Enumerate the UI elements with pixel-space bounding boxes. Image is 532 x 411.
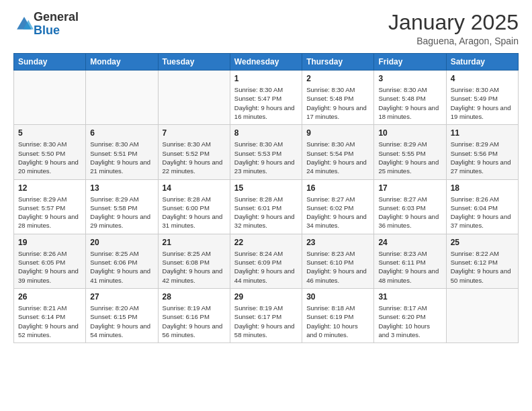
calendar-cell xyxy=(86,71,158,125)
calendar-cell: 24Sunrise: 8:23 AMSunset: 6:11 PMDayligh… xyxy=(374,234,446,288)
calendar-cell: 18Sunrise: 8:26 AMSunset: 6:04 PMDayligh… xyxy=(446,179,518,234)
calendar-header-monday: Monday xyxy=(86,54,158,71)
day-info: Sunrise: 8:20 AMSunset: 6:15 PMDaylight:… xyxy=(90,304,153,339)
day-info: Sunrise: 8:26 AMSunset: 6:04 PMDaylight:… xyxy=(451,195,514,230)
day-number: 3 xyxy=(378,74,441,83)
calendar-cell: 17Sunrise: 8:27 AMSunset: 6:03 PMDayligh… xyxy=(374,179,446,234)
calendar-cell: 7Sunrise: 8:30 AMSunset: 5:52 PMDaylight… xyxy=(158,125,230,179)
day-number: 4 xyxy=(451,74,514,83)
day-info: Sunrise: 8:29 AMSunset: 5:57 PMDaylight:… xyxy=(18,195,81,230)
calendar-header-sunday: Sunday xyxy=(14,54,86,71)
calendar-week-5: 26Sunrise: 8:21 AMSunset: 6:14 PMDayligh… xyxy=(14,288,519,342)
day-number: 16 xyxy=(306,183,369,193)
calendar-cell: 25Sunrise: 8:22 AMSunset: 6:12 PMDayligh… xyxy=(446,234,518,288)
day-number: 5 xyxy=(18,128,81,138)
calendar-cell: 11Sunrise: 8:29 AMSunset: 5:56 PMDayligh… xyxy=(446,125,518,179)
day-number: 14 xyxy=(163,183,226,193)
day-info: Sunrise: 8:23 AMSunset: 6:11 PMDaylight:… xyxy=(378,249,441,285)
day-info: Sunrise: 8:25 AMSunset: 6:06 PMDaylight:… xyxy=(90,249,153,285)
day-number: 15 xyxy=(234,183,298,193)
calendar-header-saturday: Saturday xyxy=(446,54,518,71)
calendar-cell: 20Sunrise: 8:25 AMSunset: 6:06 PMDayligh… xyxy=(86,234,158,288)
calendar-cell: 30Sunrise: 8:18 AMSunset: 6:19 PMDayligh… xyxy=(302,288,374,342)
day-number: 1 xyxy=(234,74,298,83)
day-number: 29 xyxy=(234,292,298,302)
day-number: 28 xyxy=(163,292,226,302)
calendar-cell: 29Sunrise: 8:19 AMSunset: 6:17 PMDayligh… xyxy=(230,288,302,342)
day-info: Sunrise: 8:30 AMSunset: 5:48 PMDaylight:… xyxy=(378,85,441,121)
day-number: 7 xyxy=(163,128,226,138)
calendar-cell: 16Sunrise: 8:27 AMSunset: 6:02 PMDayligh… xyxy=(302,179,374,234)
calendar-cell xyxy=(446,288,518,342)
day-info: Sunrise: 8:23 AMSunset: 6:10 PMDaylight:… xyxy=(306,249,369,285)
calendar-header-thursday: Thursday xyxy=(302,54,374,71)
day-info: Sunrise: 8:30 AMSunset: 5:51 PMDaylight:… xyxy=(90,140,153,175)
logo-icon xyxy=(15,15,34,34)
calendar-cell: 28Sunrise: 8:19 AMSunset: 6:16 PMDayligh… xyxy=(158,288,230,342)
calendar-cell: 19Sunrise: 8:26 AMSunset: 6:05 PMDayligh… xyxy=(14,234,86,288)
day-info: Sunrise: 8:24 AMSunset: 6:09 PMDaylight:… xyxy=(234,249,298,285)
calendar-week-3: 12Sunrise: 8:29 AMSunset: 5:57 PMDayligh… xyxy=(14,179,519,234)
day-info: Sunrise: 8:21 AMSunset: 6:14 PMDaylight:… xyxy=(18,304,81,339)
day-number: 24 xyxy=(378,238,441,247)
day-info: Sunrise: 8:30 AMSunset: 5:54 PMDaylight:… xyxy=(306,140,369,175)
day-info: Sunrise: 8:30 AMSunset: 5:49 PMDaylight:… xyxy=(451,85,514,121)
day-number: 18 xyxy=(451,183,514,193)
day-number: 26 xyxy=(18,292,81,302)
day-number: 13 xyxy=(90,183,153,193)
day-number: 8 xyxy=(234,128,298,138)
day-info: Sunrise: 8:26 AMSunset: 6:05 PMDaylight:… xyxy=(18,249,81,285)
day-number: 30 xyxy=(306,292,369,302)
day-info: Sunrise: 8:29 AMSunset: 5:55 PMDaylight:… xyxy=(378,140,441,175)
day-number: 2 xyxy=(306,74,369,83)
day-number: 31 xyxy=(378,292,441,302)
calendar-cell xyxy=(158,71,230,125)
calendar-cell xyxy=(14,71,86,125)
day-number: 6 xyxy=(90,128,153,138)
day-info: Sunrise: 8:18 AMSunset: 6:19 PMDaylight:… xyxy=(306,304,369,339)
calendar-cell: 31Sunrise: 8:17 AMSunset: 6:20 PMDayligh… xyxy=(374,288,446,342)
calendar-week-4: 19Sunrise: 8:26 AMSunset: 6:05 PMDayligh… xyxy=(14,234,519,288)
day-info: Sunrise: 8:29 AMSunset: 5:56 PMDaylight:… xyxy=(451,140,514,175)
day-number: 17 xyxy=(378,183,441,193)
calendar-cell: 27Sunrise: 8:20 AMSunset: 6:15 PMDayligh… xyxy=(86,288,158,342)
calendar-cell: 3Sunrise: 8:30 AMSunset: 5:48 PMDaylight… xyxy=(374,71,446,125)
day-number: 11 xyxy=(451,128,514,138)
calendar-cell: 9Sunrise: 8:30 AMSunset: 5:54 PMDaylight… xyxy=(302,125,374,179)
day-number: 20 xyxy=(90,238,153,247)
day-info: Sunrise: 8:30 AMSunset: 5:50 PMDaylight:… xyxy=(18,140,81,175)
title-block: January 2025 Baguena, Aragon, Spain xyxy=(388,11,519,46)
day-number: 23 xyxy=(306,238,369,247)
calendar-cell: 5Sunrise: 8:30 AMSunset: 5:50 PMDaylight… xyxy=(14,125,86,179)
location: Baguena, Aragon, Spain xyxy=(388,36,519,46)
calendar-cell: 26Sunrise: 8:21 AMSunset: 6:14 PMDayligh… xyxy=(14,288,86,342)
day-number: 25 xyxy=(451,238,514,247)
day-number: 10 xyxy=(378,128,441,138)
day-number: 27 xyxy=(90,292,153,302)
logo-general-text: General xyxy=(34,10,79,24)
calendar-cell: 23Sunrise: 8:23 AMSunset: 6:10 PMDayligh… xyxy=(302,234,374,288)
calendar-cell: 1Sunrise: 8:30 AMSunset: 5:47 PMDaylight… xyxy=(230,71,302,125)
day-number: 22 xyxy=(234,238,298,247)
calendar-cell: 8Sunrise: 8:30 AMSunset: 5:53 PMDaylight… xyxy=(230,125,302,179)
calendar-week-2: 5Sunrise: 8:30 AMSunset: 5:50 PMDaylight… xyxy=(14,125,519,179)
calendar-cell: 13Sunrise: 8:29 AMSunset: 5:58 PMDayligh… xyxy=(86,179,158,234)
day-info: Sunrise: 8:28 AMSunset: 6:00 PMDaylight:… xyxy=(163,195,226,230)
day-info: Sunrise: 8:30 AMSunset: 5:52 PMDaylight:… xyxy=(163,140,226,175)
day-info: Sunrise: 8:22 AMSunset: 6:12 PMDaylight:… xyxy=(451,249,514,285)
day-number: 21 xyxy=(163,238,226,247)
calendar-cell: 22Sunrise: 8:24 AMSunset: 6:09 PMDayligh… xyxy=(230,234,302,288)
day-info: Sunrise: 8:17 AMSunset: 6:20 PMDaylight:… xyxy=(378,304,441,339)
day-info: Sunrise: 8:29 AMSunset: 5:58 PMDaylight:… xyxy=(90,195,153,230)
logo: General Blue xyxy=(13,11,79,38)
calendar-cell: 4Sunrise: 8:30 AMSunset: 5:49 PMDaylight… xyxy=(446,71,518,125)
month-title: January 2025 xyxy=(388,11,519,34)
calendar-cell: 14Sunrise: 8:28 AMSunset: 6:00 PMDayligh… xyxy=(158,179,230,234)
day-info: Sunrise: 8:27 AMSunset: 6:03 PMDaylight:… xyxy=(378,195,441,230)
calendar-cell: 15Sunrise: 8:28 AMSunset: 6:01 PMDayligh… xyxy=(230,179,302,234)
calendar-header-wednesday: Wednesday xyxy=(230,54,302,71)
day-info: Sunrise: 8:25 AMSunset: 6:08 PMDaylight:… xyxy=(163,249,226,285)
calendar: SundayMondayTuesdayWednesdayThursdayFrid… xyxy=(13,53,519,343)
calendar-cell: 10Sunrise: 8:29 AMSunset: 5:55 PMDayligh… xyxy=(374,125,446,179)
day-number: 12 xyxy=(18,183,81,193)
